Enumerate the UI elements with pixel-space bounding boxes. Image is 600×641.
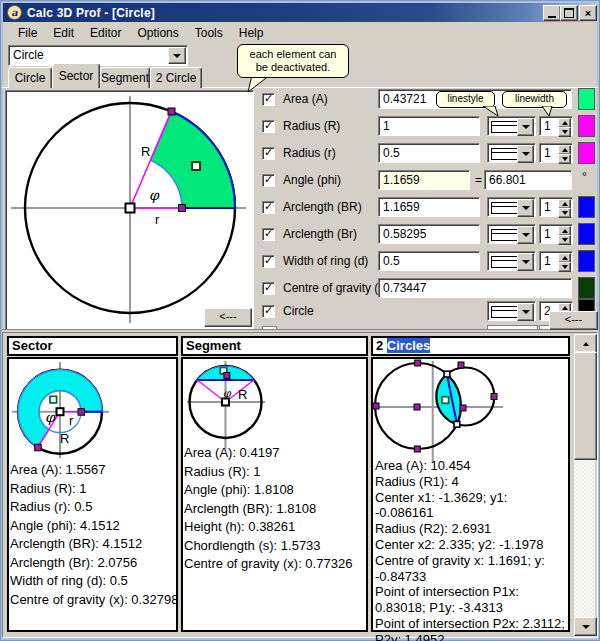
intersection-point-P1[interactable] [454, 421, 460, 427]
result-line: Centre of gravity (x): 0.32798 [10, 591, 176, 610]
radius-R-checkbox[interactable] [262, 120, 275, 133]
linestyle-arrow[interactable] [517, 199, 534, 217]
radius-R-value-field[interactable]: 1 [378, 116, 480, 136]
handle-circle2-right[interactable] [491, 394, 497, 400]
ring-width-linewidth-spinner[interactable]: 1 [539, 251, 573, 271]
handle-circle1-left[interactable] [373, 403, 379, 409]
linestyle-arrow[interactable] [517, 118, 534, 136]
tab-circle-label: Circle [15, 71, 46, 85]
intersection-point-P2[interactable] [444, 371, 450, 377]
menu-editor[interactable]: Editor [82, 25, 129, 42]
handle-circle2-center[interactable] [460, 405, 466, 411]
arclength-Br-checkbox[interactable] [262, 228, 275, 241]
tab-segment[interactable]: Segment [100, 67, 150, 88]
radius-R-linestyle-combo[interactable] [487, 116, 536, 136]
menu-edit[interactable]: Edit [45, 25, 82, 42]
tab-2circle[interactable]: 2 Circle [150, 67, 202, 88]
spin-down-button[interactable] [558, 235, 571, 245]
result-line: Chordlength (s): 1.5733 [184, 537, 366, 556]
shape-select-arrow[interactable] [168, 47, 186, 64]
centre-of-gravity-marker[interactable] [192, 162, 200, 170]
maximize-button[interactable] [560, 5, 578, 21]
spin-down-button[interactable] [558, 127, 571, 137]
handle-inner-point[interactable] [78, 409, 85, 416]
gravity-color-swatch[interactable] [578, 277, 595, 299]
arclength-BR-value-field[interactable]: 1.1659 [378, 197, 480, 217]
close-button[interactable]: × [579, 5, 597, 21]
arclength-BR-label: Arclength (BR) [283, 197, 362, 217]
circle-linestyle-combo[interactable] [487, 301, 536, 321]
spin-down-button[interactable] [558, 262, 571, 272]
radius-r-linewidth-spinner[interactable]: 1 [539, 143, 573, 163]
handle-circle1-center[interactable] [414, 404, 420, 410]
minimize-button[interactable] [543, 5, 561, 21]
linestyle-arrow[interactable] [517, 226, 534, 244]
arclength-BR-color-swatch[interactable] [578, 196, 595, 218]
linestyle-preview-icon [491, 202, 519, 214]
handle-inner-point[interactable] [179, 205, 186, 212]
drawing-back-button[interactable]: <--- [204, 308, 252, 327]
handle-outer-point[interactable] [35, 444, 42, 451]
linestyle-preview-icon [491, 121, 519, 133]
params-back-button[interactable]: <--- [549, 311, 598, 330]
gravity-value-field[interactable]: 0.73447 [378, 278, 572, 298]
menu-help[interactable]: Help [231, 25, 272, 42]
arclength-Br-linestyle-combo[interactable] [487, 224, 536, 244]
arclength-Br-color-swatch[interactable] [578, 223, 595, 245]
arclength-BR-linestyle-combo[interactable] [487, 197, 536, 217]
result-line: Area (A): 10.454 [375, 458, 568, 474]
spin-down-button[interactable] [558, 154, 571, 164]
label-R: R [238, 387, 247, 402]
handle-center[interactable] [126, 204, 135, 213]
arclength-Br-linewidth-spinner[interactable]: 1 [539, 224, 573, 244]
angle-checkbox[interactable] [262, 174, 275, 187]
radius-r-color-swatch[interactable] [578, 142, 595, 164]
ring-width-checkbox[interactable] [262, 255, 275, 268]
handle-circle2-top[interactable] [458, 362, 464, 368]
linestyle-arrow[interactable] [517, 145, 534, 163]
radius-R-color-swatch[interactable] [578, 115, 595, 137]
radius-R-linewidth-spinner[interactable]: 1 [539, 116, 573, 136]
2circles-results: Area (A): 10.454 Radius (R1): 4 Center x… [375, 458, 568, 641]
result-line: Area (A): 1.5567 [10, 461, 176, 480]
linewidth-value: 1 [544, 145, 551, 161]
panel-title-prefix: 2 [376, 338, 387, 353]
scroll-down-button[interactable] [574, 617, 597, 636]
results-scrollbar[interactable] [574, 334, 595, 634]
linestyle-arrow[interactable] [517, 303, 534, 321]
spin-down-button[interactable] [558, 208, 571, 218]
chevron-down-icon [522, 260, 530, 264]
radius-r-linestyle-combo[interactable] [487, 143, 536, 163]
arclength-BR-linewidth-spinner[interactable]: 1 [539, 197, 573, 217]
area-color-swatch[interactable] [578, 88, 595, 110]
arclength-BR-checkbox[interactable] [262, 201, 275, 214]
result-line: Height (h): 0.38261 [184, 518, 366, 537]
ring-width-linestyle-combo[interactable] [487, 251, 536, 271]
angle-deg-field[interactable]: 66.801 [484, 170, 572, 190]
tab-circle[interactable]: Circle [8, 67, 52, 88]
handle-circle1-bottom[interactable] [414, 446, 420, 452]
menu-tools[interactable]: Tools [187, 25, 231, 42]
circle-checkbox[interactable] [262, 305, 275, 318]
menu-options[interactable]: Options [129, 25, 186, 42]
radius-r-checkbox[interactable] [262, 147, 275, 160]
sector-results: Area (A): 1.5567 Radius (R): 1 Radius (r… [10, 461, 176, 609]
ring-width-color-swatch[interactable] [578, 250, 595, 272]
scrollbar-thumb[interactable] [574, 352, 597, 460]
shape-select-value: Circle [13, 48, 44, 62]
handle-center[interactable] [57, 408, 64, 415]
tab-sector-active[interactable]: Sector [52, 63, 100, 88]
ring-width-value-field[interactable]: 0.5 [378, 251, 480, 271]
gravity-checkbox[interactable] [262, 282, 275, 295]
linewidth-bubble-tail [540, 106, 556, 118]
arrow-down-icon [562, 211, 568, 215]
menu-file[interactable]: File [10, 25, 45, 42]
handle-circle1-top[interactable] [415, 360, 421, 366]
handle-outer-point[interactable] [168, 108, 175, 115]
handle-top-point[interactable] [224, 373, 230, 379]
angle-rad-field[interactable]: 1.1659 [378, 170, 470, 190]
linestyle-arrow[interactable] [517, 253, 534, 271]
arclength-Br-value-field[interactable]: 0.58295 [378, 224, 480, 244]
tab-2circle-label: 2 Circle [156, 71, 197, 85]
radius-r-value-field[interactable]: 0.5 [378, 143, 480, 163]
